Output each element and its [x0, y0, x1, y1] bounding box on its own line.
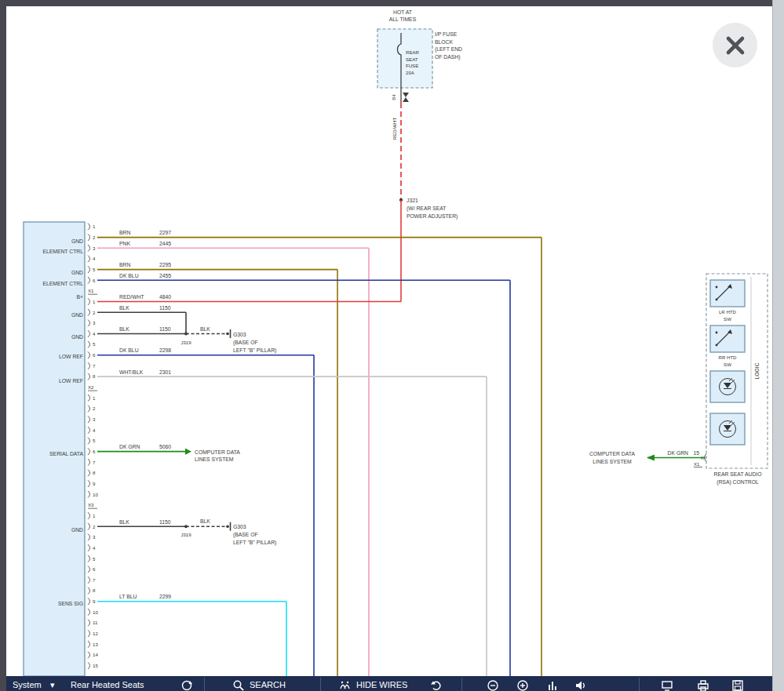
ground-seg-color: BLK: [200, 518, 210, 524]
rsa-wire-color: DK GRN: [668, 450, 689, 456]
ground-desc-2: LEFT "B" PILLAR): [233, 540, 276, 546]
pin-number: 10: [93, 609, 98, 615]
signal-label: B+: [76, 294, 83, 300]
system-select[interactable]: System: [13, 680, 42, 689]
hot-at-label2: ALL TIMES: [389, 16, 417, 22]
rsa-dest-1: COMPUTER DATA: [589, 451, 635, 456]
fuse-name-1: REAR: [406, 49, 420, 55]
rsa-title-1: REAR SEAT AUDIO: [714, 471, 762, 477]
wire-circuit-number: 2455: [159, 273, 171, 278]
ground-desc-1: (BASE OF: [233, 340, 258, 346]
close-button[interactable]: [713, 23, 757, 67]
ground-terminal-dot: [226, 333, 229, 336]
fuse-pin-label: B4: [391, 94, 396, 100]
fuse-block-box: [377, 29, 432, 88]
fuse-name-3: FUSE: [406, 63, 418, 68]
toolbar-divider: [204, 678, 205, 691]
signal-label: SENS SIG: [58, 601, 83, 606]
diagram-viewer: HOT AT ALL TIMES B4 REAR SEAT FUSE 20A I…: [0, 0, 784, 691]
wire-color-label: BLK: [119, 519, 129, 525]
rsa-wire-circuit: 15: [693, 450, 699, 456]
wire-color-label: BRN: [119, 230, 130, 235]
diagram-title[interactable]: Rear Heated Seats: [71, 680, 144, 689]
zoom-in-icon[interactable]: [516, 679, 529, 691]
toolbar-divider: [320, 678, 321, 691]
wire-circuit-number: 2298: [159, 347, 171, 353]
wire-circuit-number: 1150: [159, 519, 171, 525]
wiring-diagram: HOT AT ALL TIMES B4 REAR SEAT FUSE 20A I…: [0, 0, 784, 676]
zoom-out-icon[interactable]: [487, 679, 499, 691]
fullscreen-icon[interactable]: [661, 679, 673, 691]
splice-desc-1: (W/ REAR SEAT: [407, 205, 446, 212]
serial-dest-2: LINES SYSTEM: [195, 456, 234, 462]
wire-color-label: DK GRN: [119, 444, 140, 449]
search-icon[interactable]: [232, 679, 245, 691]
wire-circuit-number: 4840: [159, 294, 171, 300]
serial-dest-1: COMPUTER DATA: [195, 449, 240, 455]
signal-label: GND: [71, 270, 83, 275]
fuse-name-4: 20A: [406, 70, 415, 75]
ground-terminal-dot: [226, 525, 229, 528]
junction-label: J319: [181, 340, 191, 345]
toolbar-divider: [461, 678, 462, 691]
vertical-scrollbar[interactable]: [772, 0, 784, 691]
refresh-icon[interactable]: [181, 679, 193, 691]
rsa-dest-2: LINES SYSTEM: [593, 459, 632, 464]
connector-section-label: X1: [88, 288, 94, 293]
pin-number: 12: [93, 631, 98, 636]
printer-icon[interactable]: [697, 679, 709, 691]
rsa-pin-connector: X1: [694, 461, 700, 467]
fuse-block-name-3: (LEFT END: [435, 46, 462, 53]
lr-htd-label-2: SW: [724, 316, 731, 322]
pin-number: 13: [93, 642, 98, 647]
hot-at-label: HOT AT: [393, 9, 412, 15]
levels-icon[interactable]: [546, 679, 559, 691]
signal-label: GND: [71, 238, 83, 244]
wire-circuit-number: 5060: [159, 444, 171, 449]
wire-color-label: DK BLU: [119, 347, 139, 353]
save-icon[interactable]: [731, 679, 744, 691]
wire-circuit-number: 1150: [159, 326, 171, 332]
ground-desc-2: LEFT "B" PILLAR): [233, 347, 276, 354]
volume-icon[interactable]: [574, 679, 587, 691]
wire-color-label: LT BLU: [119, 594, 137, 599]
logic-label: LOGIC: [754, 362, 760, 379]
signal-label: SERIAL DATA: [49, 451, 83, 456]
ground-name: G303: [233, 332, 246, 337]
rr-htd-label-2: SW: [724, 362, 731, 367]
signal-label: GND: [71, 527, 83, 533]
feed-wire-color-label: RED/WHT: [392, 118, 397, 140]
wire-color-label: BLK: [119, 326, 129, 332]
ground-seg-color: BLK: [200, 326, 210, 332]
signal-label: LOW REF: [59, 378, 83, 384]
signal-label: GND: [71, 334, 83, 340]
pin-number: 11: [93, 620, 98, 625]
pin-number: 15: [93, 663, 98, 668]
wire-circuit-number: 2301: [159, 369, 171, 375]
ground-desc-1: (BASE OF: [233, 532, 258, 538]
wire-color-label: DK BLU: [119, 273, 139, 278]
diagram-canvas: [6, 6, 772, 676]
signal-label: ELEMENT CTRL: [42, 281, 83, 286]
rr-htd-label-1: RR HTD: [718, 355, 737, 360]
wire-color-label: BLK: [119, 305, 129, 311]
wire-circuit-number: 1150: [159, 305, 171, 311]
wire-circuit-number: 2297: [159, 230, 171, 235]
lr-htd-switch-box: [710, 280, 745, 307]
bottom-toolbar: System ▾ Rear Heated Seats SEARCH HIDE W…: [6, 676, 772, 691]
wire-color-label: RED/WHT: [119, 294, 144, 300]
signal-label: LOW REF: [59, 354, 83, 359]
pin-number: 10: [93, 492, 98, 497]
splice-name: J321: [407, 198, 418, 203]
wire-color-label: BRN: [119, 262, 130, 267]
undo-icon[interactable]: [430, 679, 443, 691]
fuse-block-name-2: BLOCK: [435, 39, 454, 45]
hide-wires-button[interactable]: HIDE WIRES: [356, 680, 407, 689]
connector-section-label: X2: [88, 384, 94, 390]
lr-htd-label-1: LR HTD: [719, 309, 737, 315]
chevron-down-icon[interactable]: ▾: [50, 680, 55, 690]
search-button[interactable]: SEARCH: [250, 680, 286, 689]
wire-circuit-number: 2295: [159, 262, 171, 267]
signal-label: ELEMENT CTRL: [42, 249, 83, 254]
connector-section-label: X3: [88, 502, 94, 507]
